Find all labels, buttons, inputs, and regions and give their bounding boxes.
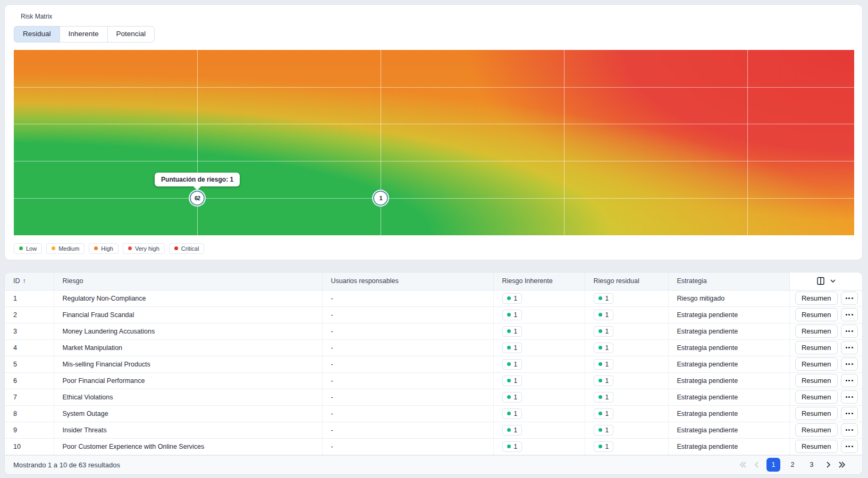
tab-residual[interactable]: Residual <box>14 26 60 42</box>
header-riesgo[interactable]: Riesgo <box>54 272 322 290</box>
row-more-button[interactable] <box>841 292 858 305</box>
arrow-up-icon[interactable]: ↑ <box>23 277 26 285</box>
risk-marker[interactable]: 1 <box>373 191 388 206</box>
cell-riesgo-inherente: 1 <box>493 306 585 323</box>
double-chevron-right-icon <box>838 461 846 468</box>
cell-usuarios: - <box>322 290 493 306</box>
cell-usuarios: - <box>322 422 493 438</box>
status-dot-icon <box>507 313 511 317</box>
risk-badge: 1 <box>502 293 523 304</box>
cell-riesgo-inherente: 1 <box>493 422 585 438</box>
next-page-button[interactable] <box>825 461 831 468</box>
tab-inherente[interactable]: Inherente <box>60 26 108 42</box>
risk-marker[interactable]: 62 <box>190 191 205 206</box>
resumen-button[interactable]: Resumen <box>795 341 838 354</box>
table-row[interactable]: 9 Insider Threats - 1 1 Estrategia pendi… <box>5 422 863 438</box>
cell-riesgo: Ethical Violations <box>54 389 322 405</box>
resumen-button[interactable]: Resumen <box>795 308 838 321</box>
risk-badge: 1 <box>502 359 523 370</box>
resumen-button[interactable]: Resumen <box>795 440 838 453</box>
table-row[interactable]: 3 Money Laundering Accusations - 1 1 Est… <box>5 323 863 339</box>
table-row[interactable]: 6 Poor Financial Performance - 1 1 Estra… <box>5 372 863 389</box>
status-dot-icon <box>507 445 511 448</box>
ellipsis-icon <box>846 297 847 299</box>
cell-riesgo-inherente: 1 <box>493 323 585 339</box>
row-more-button[interactable] <box>841 374 858 387</box>
ellipsis-icon <box>846 330 847 332</box>
header-id[interactable]: ID↑ <box>5 272 54 290</box>
resumen-button[interactable]: Resumen <box>795 374 838 387</box>
legend-dot-icon <box>94 246 98 250</box>
cell-riesgo: Poor Financial Performance <box>54 372 322 389</box>
cell-usuarios: - <box>322 438 493 455</box>
cell-estrategia: Estrategia pendiente <box>668 339 789 356</box>
row-more-button[interactable] <box>841 325 858 338</box>
cell-actions: Resumen <box>789 422 863 438</box>
risk-badge: 1 <box>502 326 523 337</box>
risk-badge: 1 <box>502 343 523 353</box>
cell-id: 4 <box>5 339 54 356</box>
ellipsis-icon <box>846 314 847 315</box>
last-page-button[interactable] <box>838 461 846 468</box>
cell-id: 9 <box>5 422 54 438</box>
cell-id: 3 <box>5 323 54 339</box>
row-more-button[interactable] <box>841 440 858 453</box>
header-residual[interactable]: Riesgo residual <box>585 272 668 290</box>
header-usuarios[interactable]: Usuarios responsables <box>322 272 493 290</box>
table-row[interactable]: 7 Ethical Violations - 1 1 Estrategia pe… <box>5 389 863 405</box>
cell-riesgo-inherente: 1 <box>493 389 585 405</box>
table-row[interactable]: 8 System Outage - 1 1 Estrategia pendien… <box>5 405 863 422</box>
prev-page-button[interactable] <box>754 461 760 468</box>
pagination: 123 <box>739 458 846 472</box>
cell-riesgo: Financial Fraud Scandal <box>54 306 322 323</box>
legend-dot-icon <box>128 246 132 250</box>
resumen-button[interactable]: Resumen <box>795 292 838 305</box>
row-more-button[interactable] <box>841 390 858 404</box>
risk-badge: 1 <box>594 392 614 403</box>
first-page-button[interactable] <box>739 461 747 468</box>
status-dot-icon <box>599 346 602 349</box>
header-estrategia[interactable]: Estrategia <box>668 272 789 290</box>
chevron-right-icon <box>825 461 831 468</box>
cell-riesgo-inherente: 1 <box>493 438 585 455</box>
page-button-2[interactable]: 2 <box>786 458 799 472</box>
row-more-button[interactable] <box>841 423 858 437</box>
risk-badge: 1 <box>502 425 523 436</box>
legend-item-critical: Critical <box>169 243 205 254</box>
row-more-button[interactable] <box>841 357 858 371</box>
table-row[interactable]: 2 Financial Fraud Scandal - 1 1 Estrateg… <box>5 306 863 323</box>
column-picker-button[interactable] <box>798 277 855 285</box>
resumen-button[interactable]: Resumen <box>795 423 838 437</box>
legend-item-low: Low <box>14 243 42 254</box>
legend-item-very-high: Very high <box>123 243 165 254</box>
cell-usuarios: - <box>322 356 493 372</box>
page-button-1[interactable]: 1 <box>766 458 780 472</box>
table-row[interactable]: 10 Poor Customer Experience with Online … <box>5 438 863 455</box>
header-inherente[interactable]: Riesgo Inherente <box>493 272 585 290</box>
risk-badge: 1 <box>594 425 614 436</box>
row-more-button[interactable] <box>841 407 858 420</box>
risk-badge: 1 <box>594 343 614 353</box>
table-row[interactable]: 5 Mis-selling Financial Products - 1 1 E… <box>5 356 863 372</box>
cell-riesgo: Poor Customer Experience with Online Ser… <box>54 438 322 455</box>
resumen-button[interactable]: Resumen <box>795 357 838 371</box>
risk-badge: 1 <box>502 392 523 403</box>
table-row[interactable]: 1 Regulatory Non-Compliance - 1 1 Riesgo… <box>5 290 863 306</box>
resumen-button[interactable]: Resumen <box>795 325 838 338</box>
row-more-button[interactable] <box>841 308 858 321</box>
risk-heatmap[interactable]: Puntuación de riesgo: 1 621 <box>14 50 854 235</box>
table-row[interactable]: 4 Market Manipulation - 1 1 Estrategia p… <box>5 339 863 356</box>
row-more-button[interactable] <box>841 341 858 354</box>
tab-potencial[interactable]: Potencial <box>107 26 155 42</box>
chevron-down-icon <box>830 278 836 284</box>
status-dot-icon <box>507 412 511 415</box>
risk-badge: 1 <box>594 326 614 337</box>
resumen-button[interactable]: Resumen <box>795 390 838 404</box>
matrix-tabs: ResidualInherentePotencial <box>14 26 155 42</box>
cell-riesgo-residual: 1 <box>585 323 668 339</box>
page-button-3[interactable]: 3 <box>805 458 819 472</box>
resumen-button[interactable]: Resumen <box>795 407 838 420</box>
cell-estrategia: Estrategia pendiente <box>668 422 789 438</box>
heatmap-gridline <box>381 50 381 235</box>
cell-id: 7 <box>5 389 54 405</box>
